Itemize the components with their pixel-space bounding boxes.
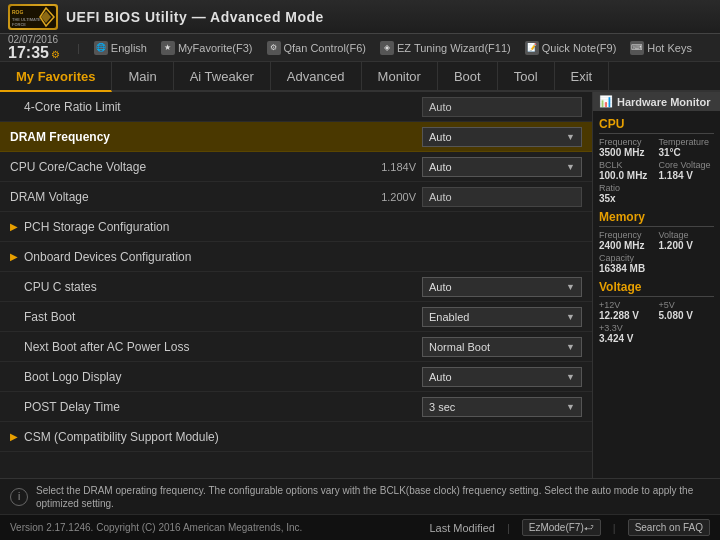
dram-freq-dropdown[interactable]: Auto ▼ — [422, 127, 582, 147]
my-favorite-btn[interactable]: ★ MyFavorite(F3) — [161, 41, 253, 55]
next-boot-arrow: ▼ — [566, 342, 575, 352]
search-faq-button[interactable]: Search on FAQ — [628, 519, 710, 536]
next-boot-value: Normal Boot — [429, 341, 490, 353]
tab-tool[interactable]: Tool — [498, 62, 555, 90]
time-gear-icon[interactable]: ⚙ — [51, 49, 60, 60]
toolbar: 02/07/2016 17:35 ⚙ | 🌐 English ★ MyFavor… — [0, 34, 720, 62]
4core-ratio-label: 4-Core Ratio Limit — [24, 100, 422, 114]
cpu-grid: Frequency 3500 MHz Temperature 31°C BCLK… — [599, 137, 714, 204]
p33v-value: 3.424 V — [599, 333, 655, 344]
4core-ratio-row: 4-Core Ratio Limit Auto — [0, 92, 592, 122]
last-modified-text: Last Modified — [429, 522, 494, 534]
voltage-grid: +12V 12.288 V +5V 5.080 V +3.3V 3.424 V — [599, 300, 714, 344]
hw-monitor-panel: 📊 Hardware Monitor CPU Frequency 3500 MH… — [592, 92, 720, 478]
tab-ai-tweaker[interactable]: Ai Tweaker — [174, 62, 271, 90]
4core-ratio-value[interactable]: Auto — [422, 97, 582, 117]
cpu-voltage-label: CPU Core/Cache Voltage — [10, 160, 342, 174]
csm-expand-icon: ▶ — [10, 431, 18, 442]
fast-boot-arrow: ▼ — [566, 312, 575, 322]
hot-keys-btn[interactable]: ⌨ Hot Keys — [630, 41, 692, 55]
onboard-devices-label: Onboard Devices Configuration — [24, 250, 582, 264]
cpu-section-title: CPU — [599, 117, 714, 134]
main-layout: 4-Core Ratio Limit Auto DRAM Frequency A… — [0, 92, 720, 478]
datetime-block: 02/07/2016 17:35 ⚙ — [8, 34, 63, 61]
tab-monitor[interactable]: Monitor — [362, 62, 438, 90]
asus-logo: ROG THE ULTIMATE FORCE — [8, 4, 58, 30]
core-voltage-value: 1.184 V — [659, 170, 715, 181]
next-boot-label: Next Boot after AC Power Loss — [24, 340, 422, 354]
cpu-voltage-arrow: ▼ — [566, 162, 575, 172]
p12v-label: +12V — [599, 300, 655, 310]
cpu-voltage-row: CPU Core/Cache Voltage 1.184V Auto ▼ — [0, 152, 592, 182]
fast-boot-label: Fast Boot — [24, 310, 422, 324]
cpu-temp-value: 31°C — [659, 147, 715, 158]
p12v-value: 12.288 V — [599, 310, 655, 321]
fast-boot-dropdown[interactable]: Enabled ▼ — [422, 307, 582, 327]
dram-freq-arrow: ▼ — [566, 132, 575, 142]
ez-tuning-label: EZ Tuning Wizard(F11) — [397, 42, 511, 54]
globe-icon: 🌐 — [94, 41, 108, 55]
boot-logo-value: Auto — [429, 371, 452, 383]
mem-capacity-label: Capacity — [599, 253, 714, 263]
p33v-label: +3.3V — [599, 323, 655, 333]
status-right: Last Modified | EzMode(F7)⮐ | Search on … — [429, 519, 710, 536]
tab-boot[interactable]: Boot — [438, 62, 498, 90]
boot-logo-arrow: ▼ — [566, 372, 575, 382]
tab-tool-label: Tool — [514, 69, 538, 84]
mem-freq-label: Frequency — [599, 230, 655, 240]
cpu-freq-label: Frequency — [599, 137, 655, 147]
core-voltage-label: Core Voltage — [659, 160, 715, 170]
pch-storage-row[interactable]: ▶ PCH Storage Configuration — [0, 212, 592, 242]
keyboard-icon: ⌨ — [630, 41, 644, 55]
cpu-c-states-row: CPU C states Auto ▼ — [0, 272, 592, 302]
info-bar: i Select the DRAM operating frequency. T… — [0, 478, 720, 514]
csm-row[interactable]: ▶ CSM (Compatibility Support Module) — [0, 422, 592, 452]
qfan-control-btn[interactable]: ⚙ Qfan Control(F6) — [267, 41, 367, 55]
dram-freq-row[interactable]: DRAM Frequency Auto ▼ — [0, 122, 592, 152]
title-text: UEFI BIOS Utility — Advanced Mode — [66, 9, 324, 25]
bclk-label: BCLK — [599, 160, 655, 170]
tab-ai-tweaker-label: Ai Tweaker — [190, 69, 254, 84]
tab-my-favorites[interactable]: My Favorites — [0, 62, 112, 92]
post-delay-row: POST Delay Time 3 sec ▼ — [0, 392, 592, 422]
4core-ratio-text: Auto — [429, 101, 452, 113]
tab-main-label: Main — [128, 69, 156, 84]
ez-tuning-btn[interactable]: ◈ EZ Tuning Wizard(F11) — [380, 41, 511, 55]
title-bar: ROG THE ULTIMATE FORCE UEFI BIOS Utility… — [0, 0, 720, 34]
language-selector[interactable]: 🌐 English — [94, 41, 147, 55]
dram-voltage-label: DRAM Voltage — [10, 190, 342, 204]
fast-boot-value: Enabled — [429, 311, 469, 323]
dram-freq-value: Auto — [429, 131, 452, 143]
my-favorite-label: MyFavorite(F3) — [178, 42, 253, 54]
ez-mode-button[interactable]: EzMode(F7)⮐ — [522, 519, 601, 536]
tab-exit-label: Exit — [571, 69, 593, 84]
cpu-freq-value: 3500 MHz — [599, 147, 655, 158]
info-icon: i — [10, 488, 28, 506]
boot-logo-dropdown[interactable]: Auto ▼ — [422, 367, 582, 387]
post-delay-label: POST Delay Time — [24, 400, 422, 414]
cpu-c-states-dropdown[interactable]: Auto ▼ — [422, 277, 582, 297]
language-label: English — [111, 42, 147, 54]
info-text: Select the DRAM operating frequency. The… — [36, 484, 710, 510]
tab-main[interactable]: Main — [112, 62, 173, 90]
hw-monitor-title: 📊 Hardware Monitor — [593, 92, 720, 111]
cpu-c-states-value: Auto — [429, 281, 452, 293]
dram-voltage-value[interactable]: Auto — [422, 187, 582, 207]
cpu-voltage-value: Auto — [429, 161, 452, 173]
version-text: Version 2.17.1246. Copyright (C) 2016 Am… — [10, 522, 302, 533]
tab-advanced[interactable]: Advanced — [271, 62, 362, 90]
fast-boot-row: Fast Boot Enabled ▼ — [0, 302, 592, 332]
cpu-voltage-dropdown[interactable]: Auto ▼ — [422, 157, 582, 177]
pch-storage-label: PCH Storage Configuration — [24, 220, 582, 234]
quick-note-btn[interactable]: 📝 Quick Note(F9) — [525, 41, 617, 55]
tab-exit[interactable]: Exit — [555, 62, 610, 90]
qfan-label: Qfan Control(F6) — [284, 42, 367, 54]
p5v-value: 5.080 V — [659, 310, 715, 321]
next-boot-dropdown[interactable]: Normal Boot ▼ — [422, 337, 582, 357]
csm-label: CSM (Compatibility Support Module) — [24, 430, 582, 444]
status-bar: Version 2.17.1246. Copyright (C) 2016 Am… — [0, 514, 720, 540]
post-delay-dropdown[interactable]: 3 sec ▼ — [422, 397, 582, 417]
mem-voltage-value: 1.200 V — [659, 240, 715, 251]
pch-expand-icon: ▶ — [10, 221, 18, 232]
onboard-devices-row[interactable]: ▶ Onboard Devices Configuration — [0, 242, 592, 272]
